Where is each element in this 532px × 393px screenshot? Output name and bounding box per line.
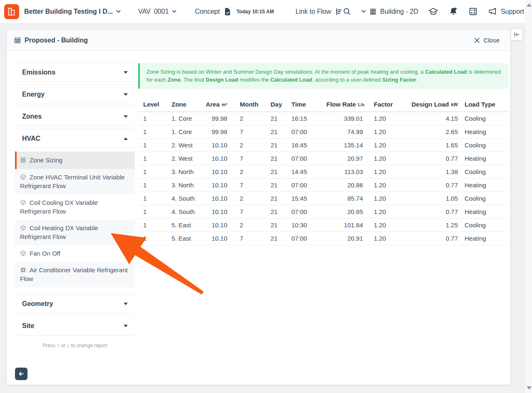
sidebar-section-site[interactable]: Site (15, 316, 135, 336)
cell-level: 1 (138, 219, 167, 232)
column-label: Load Type (465, 101, 495, 108)
system-label: VAV (138, 8, 151, 15)
cell-load-type: Heating (461, 152, 509, 165)
calculator-button[interactable] (468, 7, 478, 16)
support-button[interactable]: Support (488, 7, 524, 16)
cell-design-load: 0.77 (404, 179, 461, 192)
cell-factor: 1.20 (366, 125, 404, 139)
report-item-label: Coil Cooling DX Variable Refrigerant Flo… (20, 199, 98, 215)
chevron-down-icon (116, 10, 121, 13)
app-logo[interactable] (4, 4, 19, 19)
learning-button[interactable] (428, 7, 438, 17)
cell-load-type: Heating (461, 205, 509, 219)
banner-text-segment: Zone Sizing is based on Winter and Summe… (147, 69, 425, 75)
hint-text: to change report (71, 343, 107, 348)
cell-level: 1 (138, 139, 167, 152)
report-item-label: Coil Heating DX Variable Refrigerant Flo… (20, 224, 98, 240)
cell-area: 10.10 (204, 192, 231, 205)
table-row: 12. West10.1072107:0020.971.200.77Heatin… (138, 152, 509, 165)
sidebar-section-label: Site (22, 322, 34, 330)
last-saved-time: Today 10:15 AM (236, 9, 274, 15)
cell-day: 21 (264, 205, 287, 219)
table-row: 13. North10.1072107:0020.861.200.77Heati… (138, 179, 509, 192)
cell-design-load: 1.65 (404, 139, 461, 152)
column-header-factor: Factor (366, 98, 404, 112)
cell-factor: 1.20 (366, 232, 404, 245)
collapse-left-icon (514, 32, 520, 37)
column-label: Design Load (411, 101, 449, 108)
column-label: Zone (172, 101, 186, 108)
cell-level: 1 (138, 112, 167, 125)
sidebar-section-hvac[interactable]: HVAC (15, 129, 135, 148)
scroll-up-arrow-icon[interactable] (527, 3, 532, 7)
column-label: Flow Rate (326, 101, 356, 108)
report-item-label: Zone Sizing (30, 157, 62, 164)
report-title: Proposed - Building (14, 37, 88, 44)
report-item-air-conditioner-variable-refrigerant-flow[interactable]: Air Conditioner Variable Refrigerant Flo… (15, 262, 135, 287)
report-item-zone-hvac-terminal-unit-variable-refrigerant-flow[interactable]: Zone HVAC Terminal Unit Variable Refrige… (15, 169, 135, 194)
sidebar-section-geometry[interactable]: Geometry (15, 294, 135, 313)
cell-zone: 1. Core (167, 125, 204, 139)
notifications-button[interactable] (448, 7, 458, 17)
page-scrollbar[interactable] (525, 0, 532, 393)
chevron-down-icon (361, 10, 366, 13)
bell-notification-icon (448, 7, 458, 17)
cell-day: 21 (264, 219, 287, 232)
link-to-flow-button[interactable]: Link to Flow (296, 7, 343, 16)
report-item-coil-cooling-dx-variable-refrigerant-flow[interactable]: Coil Cooling DX Variable Refrigerant Flo… (15, 194, 135, 220)
sidebar-section-zones[interactable]: Zones (15, 107, 135, 126)
cell-time: 10:30 (287, 219, 325, 232)
column-label: Month (240, 101, 259, 108)
column-unit: kW (451, 102, 458, 107)
view-selector[interactable]: Building - 2D (361, 8, 418, 15)
report-panel: Proposed - Building Close Emissions Ener… (7, 30, 510, 385)
table-row: 11. Core99.9822116:15339.011.204.15Cooli… (138, 112, 509, 125)
report-item-coil-heating-dx-variable-refrigerant-flow[interactable]: Coil Heating DX Variable Refrigerant Flo… (15, 220, 135, 245)
back-button[interactable] (15, 368, 27, 380)
sidebar-section-label: Geometry (22, 300, 53, 308)
column-header-load-type: Load Type (461, 98, 509, 112)
report-item-zone-sizing[interactable]: Zone Sizing (15, 152, 135, 169)
cell-time: 07:00 (287, 152, 325, 165)
graduation-cap-icon (428, 7, 438, 17)
ac-unit-icon (20, 267, 26, 273)
cell-design-load: 0.77 (404, 232, 461, 245)
project-selector[interactable]: Better Building Testing I D... (24, 8, 121, 15)
cell-day: 21 (264, 125, 287, 139)
sidebar-section-label: Energy (22, 91, 45, 98)
sidebar-section-emissions[interactable]: Emissions (15, 62, 135, 82)
layers-icon (20, 157, 26, 163)
collapse-panel-button[interactable] (511, 29, 522, 40)
cell-zone: 2. West (167, 139, 204, 152)
cell-zone: 4. South (167, 192, 204, 205)
stage-status[interactable]: Concept Today 10:15 AM (195, 7, 274, 16)
close-button[interactable]: Close (472, 36, 502, 44)
calculator-icon (468, 7, 478, 16)
cell-time: 16:15 (287, 112, 325, 125)
banner-text-segment: . (416, 77, 418, 83)
cube-icon (20, 199, 26, 206)
cube-icon (20, 250, 26, 256)
sidebar-section-energy[interactable]: Energy (15, 85, 135, 104)
cell-area: 10.10 (204, 205, 231, 219)
cell-time: 16:45 (287, 139, 325, 152)
hint-text: or (61, 343, 65, 348)
cell-load-type: Heating (461, 125, 509, 139)
report-item-fan-on-off[interactable]: Fan On Off (15, 245, 135, 262)
column-header-level: Level (138, 98, 167, 112)
column-label: Factor (374, 101, 393, 108)
cell-design-load: 1.05 (404, 192, 461, 205)
cell-load-type: Heating (461, 232, 509, 245)
cell-month: 7 (231, 205, 264, 219)
scroll-down-arrow-icon[interactable] (527, 386, 532, 390)
support-label: Support (501, 8, 524, 15)
search-button[interactable] (343, 7, 351, 16)
arrow-down-icon: ↓ (67, 342, 70, 348)
system-selector[interactable]: VAV 0001 (138, 8, 177, 15)
cell-day: 21 (264, 112, 287, 125)
table-row: 12. West10.1022116:45135.141.201.65Cooli… (138, 139, 509, 152)
cell-flow-rate: 20.91 (325, 232, 366, 245)
cell-flow-rate: 101.84 (325, 219, 366, 232)
chevron-icon (124, 93, 128, 96)
cell-zone: 3. North (167, 179, 204, 192)
